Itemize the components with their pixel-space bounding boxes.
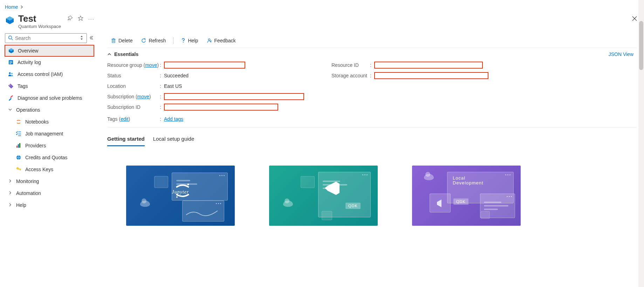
breadcrumb-home-link[interactable]: Home [5, 4, 18, 10]
move-link[interactable]: move [145, 62, 157, 68]
sidebar-item-tags[interactable]: Tags [5, 80, 94, 92]
key-icon [15, 167, 22, 172]
svg-rect-26 [20, 169, 21, 170]
qdk-badge: QDK [453, 198, 468, 205]
vscode-icon [435, 199, 444, 208]
svg-rect-25 [18, 169, 21, 169]
refresh-button[interactable]: Refresh [137, 35, 169, 46]
label-tags: Tags (edit) [107, 116, 160, 122]
sidebar-group-automation[interactable]: Automation [5, 187, 94, 199]
value-resource-group [164, 62, 245, 69]
svg-point-15 [9, 85, 10, 85]
sidebar-item-diagnose[interactable]: Diagnose and solve problems [5, 92, 94, 104]
svg-point-24 [17, 168, 18, 169]
sidebar-label: Job management [25, 131, 63, 136]
card-label-line1: Local [453, 175, 465, 181]
tag-icon [8, 83, 14, 89]
vscode-icon [324, 180, 340, 196]
essentials-toggle[interactable]: Essentials [107, 48, 637, 60]
essentials-section: Essentials Resource group (move) : Statu… [107, 48, 637, 127]
tab-getting-started[interactable]: Getting started [107, 134, 145, 146]
svg-point-5 [9, 36, 12, 39]
json-view-link[interactable]: JSON View [609, 51, 633, 57]
sidebar-item-activity-log[interactable]: Activity log [5, 56, 94, 68]
cards-row: Jupyter QDK [107, 166, 637, 226]
svg-rect-18 [18, 135, 21, 136]
sidebar-item-access-control[interactable]: Access control (IAM) [5, 68, 94, 80]
main-content: Delete Refresh Help Feedback JSON View E… [99, 33, 644, 226]
svg-point-31 [208, 38, 210, 40]
globe-icon [15, 155, 22, 160]
star-icon[interactable] [78, 15, 83, 22]
value-storage-account [374, 72, 488, 79]
pin-icon[interactable] [67, 15, 73, 22]
button-label: Refresh [149, 38, 166, 43]
chevron-right-icon [20, 4, 23, 10]
delete-button[interactable]: Delete [107, 35, 136, 46]
sidebar-item-notebooks[interactable]: Notebooks [5, 116, 94, 128]
sidebar-label: Operations [16, 107, 40, 113]
search-input[interactable] [15, 35, 80, 41]
svg-rect-19 [16, 146, 18, 148]
sidebar-label: Access control (IAM) [18, 71, 63, 77]
sort-icon[interactable] [80, 36, 84, 41]
breadcrumb: Home [0, 0, 644, 11]
label-storage-account: Storage account [331, 73, 370, 78]
people-icon [8, 71, 14, 77]
value-subscription [164, 93, 304, 100]
value-location: East US [164, 83, 182, 89]
card-vscode-qdk[interactable]: QDK [269, 166, 378, 226]
add-tags-link[interactable]: Add tags [164, 116, 183, 122]
sidebar-label: Monitoring [16, 178, 39, 184]
sidebar-group-help[interactable]: Help [5, 199, 94, 211]
chevron-right-icon [8, 191, 13, 196]
toolbar-separator [173, 37, 173, 44]
sidebar-label: Tags [18, 83, 28, 89]
edit-tags-link[interactable]: edit [121, 116, 129, 122]
chevron-up-icon [107, 52, 111, 56]
card-label: Jupyter [172, 189, 189, 195]
svg-point-33 [176, 196, 178, 198]
card-label-line2: Development [453, 180, 484, 186]
jupyter-icon [15, 119, 22, 125]
svg-line-6 [12, 39, 13, 40]
sidebar-item-providers[interactable]: Providers [5, 140, 94, 152]
svg-rect-17 [18, 134, 21, 134]
sidebar-item-access-keys[interactable]: Access Keys [5, 163, 94, 175]
sidebar-item-overview[interactable]: Overview [5, 45, 94, 57]
help-button[interactable]: Help [177, 35, 202, 46]
sidebar-label: Credits and Quotas [25, 155, 68, 160]
sidebar-label: Automation [16, 190, 41, 196]
checklist-icon [15, 131, 22, 136]
chart-icon [15, 143, 22, 148]
more-icon[interactable]: ··· [88, 16, 95, 22]
sidebar-label: Overview [18, 48, 38, 54]
essentials-heading: Essentials [114, 51, 138, 57]
scrollbar-thumb[interactable] [639, 21, 643, 70]
sidebar-item-credits[interactable]: Credits and Quotas [5, 152, 94, 163]
label-resource-group: Resource group (move) [107, 62, 160, 68]
tab-local-setup[interactable]: Local setup guide [153, 134, 194, 146]
sidebar-group-operations[interactable]: Operations [5, 104, 94, 116]
sidebar-group-monitoring[interactable]: Monitoring [5, 175, 94, 187]
svg-point-32 [187, 184, 189, 186]
value-subscription-id [164, 104, 278, 111]
search-icon [8, 35, 13, 41]
move-link[interactable]: move [137, 94, 149, 99]
svg-point-30 [183, 42, 184, 43]
tools-icon [8, 95, 14, 101]
collapse-sidebar-icon[interactable] [89, 35, 94, 41]
feedback-button[interactable]: Feedback [203, 35, 239, 46]
sidebar-item-job-management[interactable]: Job management [5, 128, 94, 140]
search-input-container[interactable] [5, 33, 87, 43]
sidebar-label: Diagnose and solve problems [18, 95, 82, 101]
scrollbar[interactable] [638, 0, 644, 287]
sidebar-label: Providers [25, 143, 46, 148]
svg-rect-21 [19, 143, 20, 148]
svg-rect-12 [9, 63, 11, 64]
page-subtitle: Quantum Workspace [18, 24, 61, 29]
card-jupyter[interactable]: Jupyter [126, 166, 235, 226]
chevron-down-icon [8, 107, 13, 112]
value-status: Succeeded [164, 73, 189, 78]
card-local-development[interactable]: Local Development QDK [412, 166, 521, 226]
